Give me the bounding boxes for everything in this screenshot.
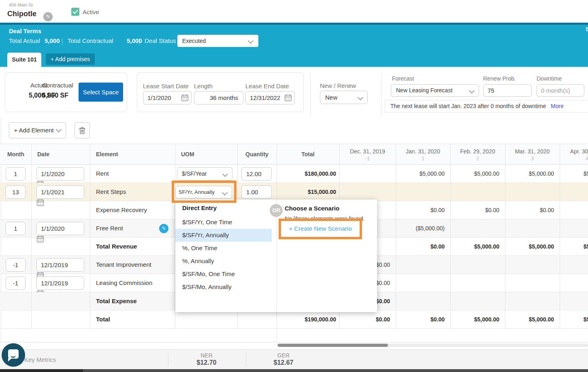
period-column-header: Feb. 29, 2020 2: [450, 148, 505, 162]
value-cell: $0.00: [396, 310, 445, 329]
grid-line: [560, 144, 560, 329]
calendar-icon[interactable]: [181, 94, 189, 102]
value-cell: $5,000.00: [505, 310, 554, 329]
ner-value: $12.70: [186, 359, 227, 366]
ger-label: GER: [263, 352, 304, 359]
uom-select[interactable]: $/SF/Year: [177, 167, 232, 181]
lease-end-field[interactable]: [245, 91, 295, 104]
element-label: Rent: [96, 165, 109, 183]
value-cell: $0.00: [450, 201, 499, 219]
uom-option-selected[interactable]: $/SF/Yr, Annually: [175, 229, 272, 242]
date-field[interactable]: [36, 167, 84, 181]
create-new-scenario-link[interactable]: + Create New Scenario: [281, 221, 360, 236]
uom-option[interactable]: $/SF/Mo, Annually: [175, 281, 272, 293]
value-cell: $0.00: [505, 201, 554, 219]
key-metrics-bar: Key Metrics NER $12.70 GER $12.67: [0, 349, 588, 370]
highlight-box-uom: [172, 181, 236, 203]
element-label: Total Revenue: [96, 238, 137, 256]
date-input[interactable]: [36, 276, 84, 290]
month-input[interactable]: [6, 276, 26, 290]
value-cell: $5,000.00: [505, 165, 554, 183]
value-cell: $5,000.00: [450, 238, 499, 256]
quantity-input[interactable]: [241, 185, 272, 199]
content-bottom-border: [0, 342, 588, 342]
chat-button[interactable]: [2, 343, 25, 367]
grid-line: [31, 144, 32, 329]
table-row-total: Total $190,000.00 $0.00 $0.00 $5,000.00 …: [0, 310, 588, 329]
uom-option[interactable]: $/SF/Yr, One Time: [175, 216, 272, 229]
table-header: Month Date Element UOM Quantity Total De…: [0, 144, 588, 165]
value-cell: $5,000.00: [396, 165, 445, 183]
total-cell: $180,000.00: [277, 165, 336, 183]
add-premises-button[interactable]: + Add premises: [46, 53, 95, 65]
deal-terms-bar: Deal Terms Total Actual 5,000 Total Cont…: [0, 25, 588, 67]
more-link[interactable]: More: [551, 103, 564, 109]
value-cell: $5,000.00: [505, 238, 554, 256]
period-column-header: Apr. 30, 2020 4: [560, 148, 588, 162]
length-input[interactable]: [194, 91, 243, 104]
corner-partial-glyph: S: [586, 26, 588, 32]
bottom-scrollbar[interactable]: [0, 369, 588, 372]
grid-line: [277, 329, 277, 342]
element-label: Expense Recovery: [96, 201, 147, 219]
col-header-element: Element: [96, 151, 118, 157]
month-input[interactable]: [6, 167, 26, 181]
value-cell: $5,000.00: [450, 310, 499, 329]
highlight-box-create-scenario: + Create New Scenario: [279, 219, 362, 239]
quantity-input[interactable]: [241, 167, 272, 181]
element-label: Rent Steps: [96, 183, 126, 201]
horizontal-scrollbar-thumb[interactable]: [278, 344, 388, 347]
col-header-quantity: Quantity: [237, 151, 277, 157]
month-input[interactable]: [6, 222, 26, 235]
value-cell: $0.00: [396, 201, 445, 219]
total-contractual-label: Total Contractual: [68, 37, 113, 44]
deal-status-label: Deal Status: [145, 37, 176, 44]
active-checkbox[interactable]: [71, 8, 79, 16]
calendar-icon[interactable]: [284, 94, 292, 102]
forecast-summary-text: The next lease will start Jan. 2023 afte…: [390, 103, 546, 109]
date-input[interactable]: [36, 167, 84, 181]
date-field[interactable]: [36, 185, 84, 199]
lease-end-label: Lease End Date: [245, 83, 289, 89]
or-badge: OR: [270, 204, 283, 217]
select-space-button[interactable]: Select Space: [79, 83, 123, 102]
lease-dates-panel: Lease Start Date Length Lease End Date: [137, 72, 304, 112]
deal-status-value: Executed: [182, 38, 206, 44]
period-column-header: Dec. 31, 2019 -1: [339, 148, 396, 162]
uom-option[interactable]: %, Annually: [175, 255, 272, 268]
element-label: Tenant Improvement: [96, 256, 151, 274]
date-field[interactable]: [36, 276, 84, 290]
col-header-month: Month: [7, 151, 24, 157]
month-input[interactable]: [6, 258, 26, 272]
tab-suite-101[interactable]: Suite 101: [7, 53, 41, 67]
divider: [139, 38, 139, 45]
divider: [246, 353, 246, 367]
element-label: Leasing Commission: [96, 274, 152, 292]
chevron-down-icon: [248, 38, 254, 44]
lease-start-field[interactable]: [143, 91, 192, 104]
edit-free-rent-icon[interactable]: ✎: [159, 224, 168, 233]
divider: [168, 353, 168, 367]
bottom-scrollbar-thumb[interactable]: [0, 369, 83, 372]
date-field[interactable]: [36, 258, 84, 272]
date-input[interactable]: [36, 222, 84, 235]
contractual-label: Contractual: [42, 82, 73, 89]
deal-status-select[interactable]: Executed: [177, 35, 258, 47]
month-input[interactable]: [6, 185, 26, 199]
delete-button[interactable]: [75, 122, 90, 138]
edit-name-icon[interactable]: ✎: [43, 12, 53, 21]
date-field[interactable]: [36, 222, 84, 235]
check-icon: [72, 9, 78, 14]
new-renew-label: New / Renew: [320, 82, 356, 89]
new-renew-select[interactable]: New: [320, 91, 368, 104]
forecast-select[interactable]: New Leasing Forecast: [391, 84, 479, 97]
renew-prob-input[interactable]: [483, 84, 532, 97]
uom-option[interactable]: %, One Time: [175, 242, 272, 255]
downtime-input[interactable]: [537, 84, 584, 97]
uom-option[interactable]: $/SF/Mo, One Time: [175, 268, 272, 281]
value-cell: ($5,000.00): [396, 219, 445, 238]
date-input[interactable]: [36, 258, 84, 272]
total-cell: $190,000.00: [277, 310, 336, 329]
add-element-button[interactable]: + Add Element: [9, 122, 66, 138]
date-input[interactable]: [36, 185, 84, 199]
